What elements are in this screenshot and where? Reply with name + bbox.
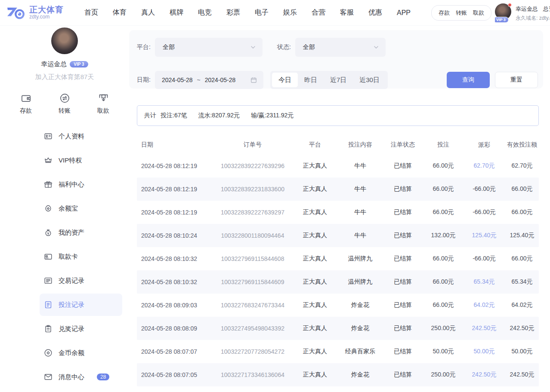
nav-item-esports[interactable]: 电竞 [198, 8, 212, 17]
nav-item-chess[interactable]: 棋牌 [170, 8, 183, 17]
nav-item-live[interactable]: 真人 [141, 8, 155, 17]
cell-order-number: 1003227207728054272 [213, 348, 292, 355]
cell-bet-content: 炸金花 [338, 371, 382, 379]
sidebar-item-label: VIP特权 [59, 156, 82, 165]
summary-bar: 共计 投注:67笔 流水:8207.92元 输/赢:2311.92元 [137, 105, 539, 126]
cell-order-number: 1003227495498043392 [213, 325, 292, 332]
cell-date: 2024-05-28 08:12:19 [137, 209, 213, 216]
clipboard-icon [43, 324, 53, 334]
sidebar-item-feedback[interactable]: 意见反馈 [40, 390, 122, 392]
cell-date: 2024-05-28 08:07:07 [137, 348, 213, 355]
sidebar-item-withdraw-card[interactable]: 取款卡 [40, 245, 122, 268]
cell-bet-amount: 250.00元 [423, 325, 463, 332]
date-end: 2024-05-28 [205, 77, 236, 83]
sidebar-item-welfare-center[interactable]: 福利中心 [40, 173, 122, 196]
date-tilde: ~ [197, 77, 201, 83]
cell-bet-content: 牛牛 [338, 232, 382, 239]
nav-item-app[interactable]: APP [397, 9, 411, 17]
table-row: 2024-05-28 08:10:321003227969115844609正大… [137, 270, 539, 294]
cell-payout: -66.00元 [463, 208, 505, 216]
cell-valid-bet: 66.00元 [505, 185, 539, 193]
user-chip[interactable]: VIP 3 幸运金总 总资产 永久域名: zdty.com [495, 3, 550, 23]
date-start: 2024-05-28 [162, 77, 193, 83]
sidebar-item-label: 个人资料 [59, 132, 84, 141]
nav-item-entertainment[interactable]: 娱乐 [283, 8, 297, 17]
notification-dot [508, 3, 512, 7]
transfer-icon [59, 92, 71, 104]
platform-label: 平台: [137, 43, 151, 51]
date-range-input[interactable]: 2024-05-28 ~ 2024-05-28 [155, 71, 263, 89]
join-days-text: 加入正大体育第87天 [0, 73, 129, 81]
permanent-domain: 永久域名: zdty.com [516, 15, 550, 22]
cell-platform: 正大真人 [292, 162, 338, 170]
cell-payout: 65.34元 [463, 278, 505, 286]
table-row: 2024-05-28 08:10:321003227969115844608正大… [137, 247, 539, 270]
nav-item-customer-service[interactable]: 客服 [340, 8, 354, 17]
cell-order-number: 1003228392227639297 [213, 209, 292, 216]
table-row: 2024-05-28 08:12:191003228392227639297正大… [137, 201, 539, 224]
status-select[interactable]: 全部 [295, 38, 386, 57]
nav-item-slots[interactable]: 电子 [255, 8, 269, 17]
platform-select[interactable]: 全部 [155, 38, 263, 57]
cell-date: 2024-05-28 08:10:32 [137, 279, 213, 285]
query-button[interactable]: 查询 [447, 72, 490, 88]
sidebar-item-message-center[interactable]: 消息中心28 [40, 366, 122, 388]
range-today-button[interactable]: 今日 [272, 73, 298, 87]
cell-status: 已结算 [382, 232, 423, 239]
nav-item-home[interactable]: 首页 [84, 8, 98, 17]
cell-bet-amount: 50.00元 [423, 348, 463, 355]
cell-valid-bet: 64.02元 [505, 301, 539, 309]
cell-platform: 正大真人 [292, 255, 338, 263]
calendar-icon[interactable] [250, 77, 257, 84]
sidebar-item-coin-balance[interactable]: 金币余额 [40, 342, 122, 364]
cell-platform: 正大真人 [292, 348, 338, 355]
quick-action-transfer[interactable]: 转账 [59, 92, 71, 115]
cell-bet-amount: 250.00元 [423, 371, 463, 379]
range-last-7-days-button[interactable]: 近7日 [324, 73, 353, 87]
range-yesterday-button[interactable]: 昨日 [298, 73, 324, 87]
sidebar-item-profile[interactable]: 个人资料 [40, 125, 122, 147]
cell-date: 2024-05-28 08:12:19 [137, 162, 213, 169]
reset-button[interactable]: 重置 [495, 72, 538, 88]
bet-records-table: 日期订单号平台投注内容注单状态投注派彩有效投注额 2024-05-28 08:1… [137, 135, 539, 386]
nav-item-promotions[interactable]: 优惠 [368, 8, 382, 17]
brand-logo[interactable]: 正大体育 zdty.com [0, 5, 78, 21]
profile-vip-badge: VIP 3 [70, 61, 88, 67]
cell-payout: -66.00元 [463, 255, 505, 263]
summary-turnover: 流水:8207.92元 [198, 112, 240, 119]
quick-actions: 存款转账取款 [20, 92, 109, 115]
cell-bet-amount: 132.00元 [423, 232, 463, 239]
column-header-content: 投注内容 [338, 141, 382, 149]
bet-table-body: 2024-05-28 08:12:191003228392227639296正大… [137, 154, 539, 386]
nav-item-joint-venture[interactable]: 合营 [312, 8, 325, 17]
cell-platform: 正大真人 [292, 371, 338, 379]
cell-status: 已结算 [382, 278, 423, 286]
sidebar-item-bet-records[interactable]: 投注记录 [40, 294, 122, 316]
top-header: 正大体育 zdty.com 首页体育真人棋牌电竞彩票电子娱乐合营客服优惠APP … [0, 0, 550, 26]
egg-icon [43, 204, 53, 213]
cell-order-number: 1003228001180094464 [213, 232, 292, 239]
cell-date: 2024-05-28 08:10:32 [137, 255, 213, 262]
pill-withdraw-link[interactable]: 取款 [473, 9, 484, 17]
profile-avatar[interactable] [51, 28, 78, 54]
sidebar-item-label: 金币余额 [59, 349, 84, 357]
pill-deposit-link[interactable]: 存款 [439, 9, 450, 17]
quick-action-deposit[interactable]: 存款 [20, 92, 32, 115]
sidebar-item-prize-records[interactable]: 兑奖记录 [40, 318, 122, 340]
sidebar-item-my-assets[interactable]: 我的资产 [40, 221, 122, 244]
column-header-order: 订单号 [213, 141, 292, 149]
sidebar-item-yuebao[interactable]: 余额宝 [40, 197, 122, 220]
table-row: 2024-05-28 08:12:191003228392227639296正大… [137, 154, 539, 178]
user-name: 幸运金总 [516, 5, 538, 13]
sidebar-item-transaction-records[interactable]: 交易记录 [40, 270, 122, 292]
quick-action-withdraw[interactable]: 取款 [97, 92, 109, 115]
sidebar-item-vip-privilege[interactable]: VIP特权 [40, 149, 122, 172]
nav-item-lottery[interactable]: 彩票 [226, 8, 240, 17]
cell-order-number: 1003228392227639296 [213, 162, 292, 169]
cell-order-number: 1003227969115844608 [213, 255, 292, 262]
summary-winloss: 输/赢:2311.92元 [251, 112, 294, 119]
range-last-30-days-button[interactable]: 近30日 [353, 73, 386, 87]
summary-prefix: 共计 [144, 112, 156, 119]
nav-item-sports[interactable]: 体育 [113, 8, 127, 17]
pill-transfer-link[interactable]: 转账 [456, 9, 467, 17]
